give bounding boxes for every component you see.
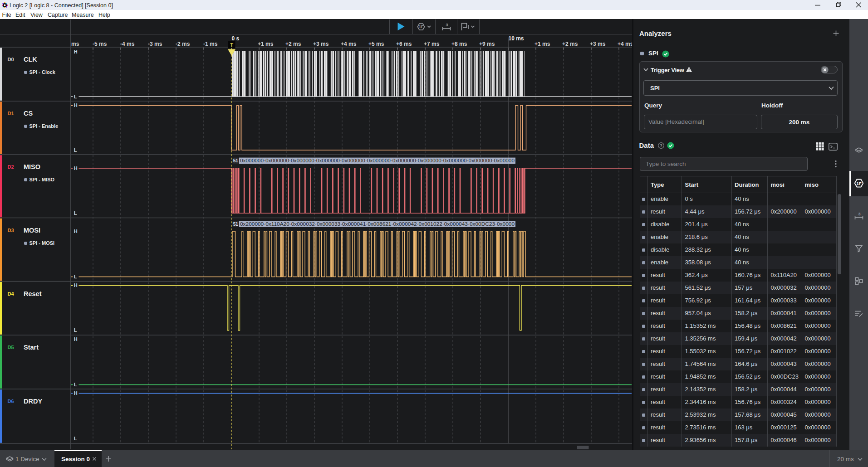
svg-text:H: H — [74, 336, 78, 342]
svg-text:L: L — [74, 327, 77, 333]
svg-text:L: L — [74, 210, 77, 216]
svg-text:3: 3 — [446, 23, 448, 27]
svg-text:+9 ms: +9 ms — [479, 41, 495, 47]
svg-text:T: T — [230, 42, 233, 48]
svg-text:L: L — [74, 382, 77, 387]
svg-text:+3 ms: +3 ms — [313, 41, 329, 47]
svg-text:H: H — [74, 102, 78, 108]
svg-text:0 s: 0 s — [232, 35, 240, 42]
svg-text:-5 ms: -5 ms — [93, 41, 107, 47]
svg-text:H: H — [74, 49, 78, 54]
svg-text:+6 ms: +6 ms — [396, 41, 412, 47]
svg-text:3: 3 — [858, 212, 860, 216]
svg-text:1F: 1F — [419, 24, 423, 29]
svg-text:H: H — [74, 165, 78, 171]
svg-text:-3 ms: -3 ms — [148, 41, 162, 47]
svg-text:+2 ms: +2 ms — [285, 41, 301, 47]
svg-text:L: L — [74, 147, 77, 153]
svg-text:?: ? — [660, 143, 662, 148]
svg-text:-1 ms: -1 ms — [203, 41, 218, 47]
svg-text:+4 ms: +4 ms — [618, 41, 632, 47]
svg-text:+1 ms: +1 ms — [258, 41, 274, 47]
svg-text:0x200000·0x110A20·0x000032·0x0: 0x200000·0x110A20·0x000032·0x000033·0x00… — [240, 221, 515, 227]
svg-text:+5 ms: +5 ms — [368, 41, 384, 47]
svg-text:L: L — [74, 436, 77, 441]
svg-text:+3 ms: +3 ms — [590, 41, 606, 47]
svg-text:L: L — [74, 274, 77, 279]
svg-text:+7 ms: +7 ms — [424, 41, 440, 47]
svg-text:10 ms: 10 ms — [509, 35, 524, 42]
svg-text:H: H — [74, 282, 78, 288]
svg-text:51: 51 — [233, 222, 239, 227]
svg-text:H: H — [74, 229, 78, 234]
svg-text:L: L — [74, 94, 77, 99]
svg-text:-4 ms: -4 ms — [120, 41, 135, 47]
svg-text:51: 51 — [233, 158, 239, 163]
svg-text:-2 ms: -2 ms — [176, 41, 190, 47]
svg-text:H: H — [74, 390, 78, 396]
svg-text:+4 ms: +4 ms — [341, 41, 357, 47]
svg-text:+2 ms: +2 ms — [562, 41, 578, 47]
svg-text:+1 ms: +1 ms — [535, 41, 550, 47]
svg-text:+8 ms: +8 ms — [451, 41, 467, 47]
svg-text:0x000000·0x000000·0x000000·0x0: 0x000000·0x000000·0x000000·0x000000·0x00… — [240, 158, 515, 163]
svg-text:1F: 1F — [856, 181, 861, 186]
